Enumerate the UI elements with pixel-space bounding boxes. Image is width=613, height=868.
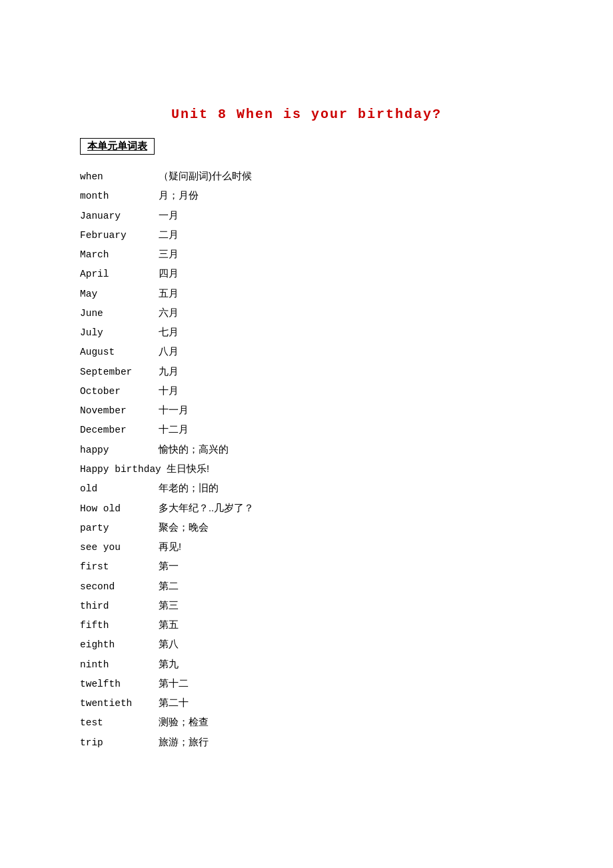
vocab-english: party — [80, 519, 153, 537]
vocab-chinese: 二月 — [153, 225, 179, 244]
vocab-item: third 第三 — [80, 596, 533, 615]
vocab-english: How old — [80, 499, 153, 518]
vocab-item: second 第二 — [80, 577, 533, 596]
vocab-item: happy 愉快的；高兴的 — [80, 440, 533, 459]
vocab-chinese: 第二 — [153, 577, 179, 595]
vocab-english: ninth — [80, 655, 153, 674]
vocab-item: July 七月 — [80, 323, 533, 342]
vocab-item: April 四月 — [80, 264, 533, 283]
vocab-english: first — [80, 557, 153, 576]
vocab-english: trip — [80, 733, 153, 752]
vocab-chinese: 第三 — [153, 596, 179, 615]
vocab-item: eighth 第八 — [80, 635, 533, 654]
vocab-chinese: 再见! — [153, 537, 181, 556]
vocab-english: May — [80, 285, 153, 303]
vocab-chinese: 八月 — [153, 342, 179, 361]
vocab-chinese: 十二月 — [153, 420, 189, 439]
vocab-chinese: 聚会；晚会 — [153, 518, 209, 537]
vocab-english: February — [80, 226, 153, 245]
vocab-item: October 十月 — [80, 381, 533, 401]
vocab-chinese: 旅游；旅行 — [153, 733, 209, 751]
vocab-chinese: 月；月份 — [153, 186, 199, 205]
vocab-item: test 测验；检查 — [80, 713, 533, 732]
vocab-chinese: （疑问副词)什么时候 — [153, 167, 252, 185]
vocab-chinese: 愉快的；高兴的 — [153, 440, 229, 459]
vocab-item: February 二月 — [80, 225, 533, 245]
vocab-chinese: 五月 — [153, 284, 179, 303]
vocab-english: June — [80, 304, 153, 323]
vocab-item: trip 旅游；旅行 — [80, 733, 533, 752]
vocab-english: April — [80, 265, 153, 283]
vocab-english: happy — [80, 441, 153, 459]
vocab-item: twelfth 第十二 — [80, 674, 533, 693]
vocab-chinese: 测验；检查 — [153, 713, 209, 731]
vocab-chinese: 三月 — [153, 245, 179, 263]
vocab-english: August — [80, 343, 153, 361]
vocab-chinese: 多大年纪？..几岁了？ — [153, 499, 254, 517]
vocab-item: twentieth 第二十 — [80, 693, 533, 713]
vocab-item: September 九月 — [80, 362, 533, 381]
vocab-english: November — [80, 401, 153, 420]
vocab-item: ninth 第九 — [80, 655, 533, 674]
vocab-item: fifth 第五 — [80, 615, 533, 635]
vocab-chinese: 第九 — [153, 655, 179, 673]
vocab-item: How old 多大年纪？..几岁了？ — [80, 499, 533, 518]
vocab-chinese: 九月 — [153, 362, 179, 381]
vocab-chinese: 六月 — [153, 303, 179, 322]
section-header: 本单元单词表 — [80, 138, 155, 155]
vocab-english: see you — [80, 538, 153, 557]
vocab-english: Happy birthday — [80, 460, 161, 479]
vocab-chinese: 第五 — [153, 615, 179, 634]
vocab-english: October — [80, 382, 153, 401]
vocab-item: November 十一月 — [80, 401, 533, 420]
vocab-item: old 年老的；旧的 — [80, 479, 533, 498]
vocab-item: August 八月 — [80, 342, 533, 361]
vocab-item: see you 再见! — [80, 537, 533, 557]
vocab-english: old — [80, 479, 153, 498]
vocab-chinese: 第十二 — [153, 674, 189, 693]
vocab-chinese: 第八 — [153, 635, 179, 653]
vocab-english: March — [80, 245, 153, 264]
vocab-english: when — [80, 167, 153, 186]
vocab-chinese: 年老的；旧的 — [153, 479, 219, 497]
vocab-chinese: 十一月 — [153, 401, 189, 419]
vocab-english: January — [80, 207, 153, 225]
vocab-english: fifth — [80, 616, 153, 635]
vocab-chinese: 第一 — [153, 557, 179, 575]
vocab-chinese: 第二十 — [153, 693, 189, 712]
vocab-item: January 一月 — [80, 206, 533, 225]
vocab-chinese: 十月 — [153, 381, 179, 400]
vocab-item: March 三月 — [80, 245, 533, 264]
vocab-chinese: 一月 — [153, 206, 179, 225]
vocab-english: test — [80, 713, 153, 732]
vocab-english: July — [80, 323, 153, 342]
vocab-item: December 十二月 — [80, 420, 533, 439]
vocab-item: when （疑问副词)什么时候 — [80, 167, 533, 186]
vocab-english: second — [80, 577, 153, 596]
vocab-english: twelfth — [80, 675, 153, 693]
vocab-chinese: 四月 — [153, 264, 179, 283]
vocab-item: party 聚会；晚会 — [80, 518, 533, 537]
vocab-item: first 第一 — [80, 557, 533, 576]
vocab-english: December — [80, 421, 153, 439]
vocab-english: eighth — [80, 635, 153, 654]
vocab-item: June 六月 — [80, 303, 533, 323]
vocab-item: month 月；月份 — [80, 186, 533, 205]
vocab-chinese: 生日快乐! — [161, 459, 209, 478]
page-container: Unit 8 When is your birthday? 本单元单词表 whe… — [0, 0, 613, 868]
vocab-list: when （疑问副词)什么时候month 月；月份January 一月Febru… — [80, 167, 533, 752]
page-title: Unit 8 When is your birthday? — [80, 107, 533, 122]
vocab-english: third — [80, 597, 153, 615]
vocab-english: twentieth — [80, 694, 153, 713]
vocab-english: September — [80, 363, 153, 381]
vocab-chinese: 七月 — [153, 323, 179, 341]
vocab-english: month — [80, 187, 153, 205]
vocab-item: May 五月 — [80, 284, 533, 303]
vocab-item: Happy birthday 生日快乐! — [80, 459, 533, 479]
